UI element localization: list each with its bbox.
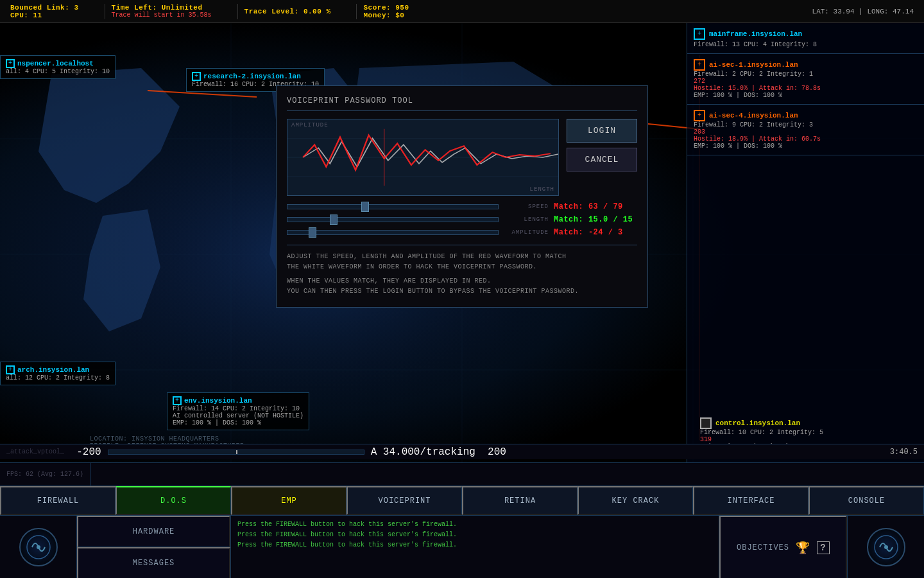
console-messages: Press the FIREWALL button to hack this s… xyxy=(231,516,719,578)
voiceprint-button[interactable]: Voiceprint xyxy=(346,486,462,515)
dos-button[interactable]: D.O.S xyxy=(116,486,231,515)
console-button[interactable]: Console xyxy=(809,486,924,515)
console-msg-2: Press the FIREWALL button to hack this s… xyxy=(237,530,712,540)
logo-left xyxy=(0,516,77,578)
control-num: 319 xyxy=(700,436,911,443)
logo-icon-left xyxy=(26,534,51,560)
fps-row: FPS: 62 (Avg: 127.6) xyxy=(0,463,924,486)
waveform-area: Amplitude Length xyxy=(287,119,559,196)
score-label: Score: 950 xyxy=(363,4,409,12)
voiceprint-modal: Voiceprint password tool Amplitude Lengt… xyxy=(276,85,648,308)
amplitude-slider[interactable] xyxy=(287,230,499,235)
trace-section: Time Left: Unlimited Trace will start in… xyxy=(112,4,212,19)
login-button[interactable]: LOGIN xyxy=(567,119,637,143)
objectives-label: Objectives xyxy=(737,543,789,552)
keycrack-button[interactable]: Key Crack xyxy=(578,486,693,515)
fps-display: FPS: 62 (Avg: 127.6) xyxy=(0,463,90,486)
length-slider[interactable] xyxy=(287,217,499,222)
console-msg-3: Press the FIREWALL button to hack this s… xyxy=(237,540,712,550)
modal-body: Amplitude Length xyxy=(287,119,637,196)
firewall-button[interactable]: Firewall xyxy=(0,486,116,515)
length-label: Length xyxy=(504,216,549,223)
trophy-icon: 🏆 xyxy=(796,541,810,555)
speed-slider[interactable] xyxy=(287,204,499,209)
retina-button[interactable]: Retina xyxy=(462,486,578,515)
cpu-label: CPU: 11 xyxy=(10,12,79,19)
tracker-min: -200 xyxy=(76,446,101,458)
messages-button[interactable]: Messages xyxy=(77,547,230,578)
amplitude-label: Amplitude xyxy=(504,229,549,236)
modal-overlay: Voiceprint password tool Amplitude Lengt… xyxy=(0,46,924,347)
svg-point-18 xyxy=(884,545,888,549)
bottom-bar: FPS: 62 (Avg: 127.6) Firewall D.O.S EMP … xyxy=(0,462,924,578)
tool-label: _attack_vptool_ xyxy=(6,448,64,455)
logo-icon-right xyxy=(873,534,899,560)
tracker-line: _attack_vptool_ -200 A 34.000/tracking 2… xyxy=(0,444,924,459)
length-match: Match: 15.0 / 15 xyxy=(554,215,637,224)
tracker-max: 200 xyxy=(488,446,506,458)
speed-slider-row: Speed Match: 63 / 79 xyxy=(287,202,637,211)
sliders-area: Speed Match: 63 / 79 Length Match: 15.0 … xyxy=(287,202,637,237)
time-display: 3:40.5 xyxy=(890,448,918,457)
coords-display: LAT: 33.94 | LONG: 47.14 xyxy=(812,8,914,15)
tracker-bar[interactable] xyxy=(108,450,364,455)
emp-button[interactable]: EMP xyxy=(231,486,346,515)
bounced-link-section: Bounced Link: 3 CPU: 11 xyxy=(10,4,79,19)
console-msg-1: Press the FIREWALL button to hack this s… xyxy=(237,520,712,530)
score-section: Score: 950 Money: $0 xyxy=(363,4,409,19)
amplitude-slider-row: Amplitude Match: -24 / 3 xyxy=(287,228,637,237)
waveform-svg xyxy=(287,119,558,195)
interface-button[interactable]: Interface xyxy=(693,486,809,515)
trace-start-label: Trace will start in 35.58s xyxy=(112,12,212,19)
speed-match: Match: 63 / 79 xyxy=(554,202,637,211)
objectives-area: Objectives 🏆 ? xyxy=(719,516,847,578)
modal-description: Adjust the speed, length and amplitude o… xyxy=(287,245,637,297)
node-env[interactable]: env.insysion.lan Firewall: 14 CPU: 2 Int… xyxy=(167,392,309,430)
objectives-button[interactable]: Objectives 🏆 ? xyxy=(719,516,847,578)
logo-circle-right xyxy=(867,528,905,566)
node-arch[interactable]: arch.insysion.lan all: 12 CPU: 2 Integri… xyxy=(0,362,116,385)
money-label: Money: $0 xyxy=(363,12,409,19)
bounced-link-label: Bounced Link: 3 xyxy=(10,4,79,12)
cancel-button[interactable]: Cancel xyxy=(567,148,637,171)
help-icon[interactable]: ? xyxy=(817,541,830,554)
speed-label: Speed xyxy=(504,204,549,210)
svg-point-16 xyxy=(37,545,40,549)
nav-buttons-row: Firewall D.O.S EMP Voiceprint Retina Key… xyxy=(0,486,924,516)
hw-msg-area: Hardware Messages xyxy=(77,516,231,578)
modal-buttons: LOGIN Cancel xyxy=(567,119,637,196)
time-left-label: Time Left: Unlimited xyxy=(112,4,212,12)
bottom-bottom-row: Hardware Messages Press the FIREWALL but… xyxy=(0,516,924,578)
tracker-val: A 34.000/tracking xyxy=(371,446,475,458)
logo-circle-left xyxy=(19,528,58,566)
modal-title: Voiceprint password tool xyxy=(287,96,637,111)
length-slider-row: Length Match: 15.0 / 15 xyxy=(287,215,637,224)
top-bar: Bounced Link: 3 CPU: 11 Time Left: Unlim… xyxy=(0,0,924,23)
trace-level-label: Trace Level: 0.00 % xyxy=(244,8,331,15)
trace-level-section: Trace Level: 0.00 % xyxy=(244,8,331,15)
amplitude-match: Match: -24 / 3 xyxy=(554,228,637,237)
logo-right xyxy=(847,516,924,578)
hardware-button[interactable]: Hardware xyxy=(77,516,230,547)
